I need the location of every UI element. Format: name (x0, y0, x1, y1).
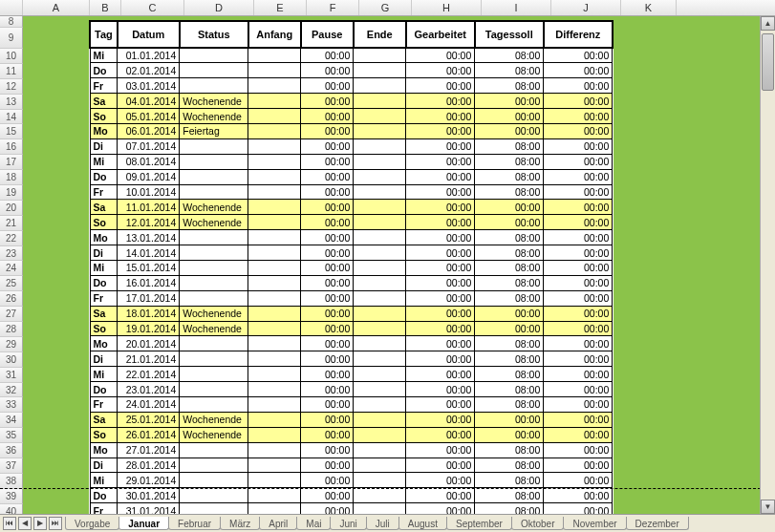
col-header-E[interactable]: E (254, 0, 307, 15)
cell-soll[interactable]: 08:00 (475, 473, 544, 488)
sheet-tab-juni[interactable]: Juni (330, 517, 366, 530)
cell-gearb[interactable]: 00:00 (406, 169, 475, 184)
cell-status[interactable]: Wochenende (180, 321, 248, 336)
cell-anfang[interactable] (248, 412, 301, 427)
cell-anfang[interactable] (248, 245, 301, 261)
cell-status[interactable] (180, 488, 248, 503)
cell-status[interactable] (180, 275, 248, 290)
cell-pause[interactable]: 00:00 (301, 458, 354, 473)
cell-datum[interactable]: 31.01.2014 (118, 503, 180, 514)
cell-tag[interactable]: Mi (90, 473, 118, 488)
cell-ende[interactable] (354, 109, 406, 124)
row-header-8[interactable]: 8 (0, 16, 23, 28)
cell-datum[interactable]: 10.01.2014 (118, 184, 180, 200)
scroll-down-arrow[interactable]: ▼ (761, 500, 775, 514)
cell-gearb[interactable]: 00:00 (406, 184, 475, 200)
row-header-24[interactable]: 24 (0, 261, 23, 276)
cell-anfang[interactable] (248, 78, 301, 94)
table-row[interactable]: Mi22.01.201400:0000:0008:0000:00 (90, 367, 613, 382)
cell-datum[interactable]: 11.01.2014 (118, 200, 180, 215)
cell-gearb[interactable]: 00:00 (406, 290, 475, 306)
cell-diff[interactable]: 00:00 (544, 245, 613, 261)
cell-anfang[interactable] (248, 473, 301, 488)
table-row[interactable]: Do09.01.201400:0000:0008:0000:00 (90, 169, 613, 184)
scroll-up-arrow[interactable]: ▲ (761, 16, 775, 31)
col-header-H[interactable]: H (412, 0, 482, 15)
cell-datum[interactable]: 16.01.2014 (118, 275, 180, 290)
cell-diff[interactable]: 00:00 (544, 351, 613, 367)
cell-ende[interactable] (354, 488, 406, 503)
select-all-corner[interactable] (0, 0, 23, 15)
cell-datum[interactable]: 27.01.2014 (118, 442, 180, 458)
cell-anfang[interactable] (248, 367, 301, 382)
cell-gearb[interactable]: 00:00 (406, 94, 475, 109)
cell-pause[interactable]: 00:00 (301, 260, 354, 275)
cell-ende[interactable] (354, 215, 406, 230)
cell-status[interactable] (180, 458, 248, 473)
cell-anfang[interactable] (248, 169, 301, 184)
cell-gearb[interactable]: 00:00 (406, 260, 475, 275)
sheet-tab-november[interactable]: November (563, 517, 626, 530)
table-row[interactable]: So12.01.2014Wochenende00:0000:0000:0000:… (90, 215, 613, 230)
cell-diff[interactable]: 00:00 (544, 215, 613, 230)
row-header-19[interactable]: 19 (0, 185, 23, 201)
cell-soll[interactable]: 08:00 (475, 169, 544, 184)
cell-soll[interactable]: 08:00 (475, 245, 544, 261)
cell-diff[interactable]: 00:00 (544, 412, 613, 427)
cell-soll[interactable]: 00:00 (475, 427, 544, 442)
cell-anfang[interactable] (248, 306, 301, 321)
cell-pause[interactable]: 00:00 (301, 351, 354, 367)
col-tag[interactable]: Tag (90, 21, 118, 48)
row-header-22[interactable]: 22 (0, 231, 23, 246)
row-header-36[interactable]: 36 (0, 443, 23, 458)
sheet-tab-september[interactable]: September (446, 517, 512, 530)
cell-tag[interactable]: Fr (90, 184, 118, 200)
row-header-39[interactable]: 39 (0, 489, 23, 504)
cell-anfang[interactable] (248, 488, 301, 503)
table-row[interactable]: Sa11.01.2014Wochenende00:0000:0000:0000:… (90, 200, 613, 215)
cell-anfang[interactable] (248, 200, 301, 215)
cell-soll[interactable]: 08:00 (475, 184, 544, 200)
cell-ende[interactable] (354, 382, 406, 397)
cell-tag[interactable]: Sa (90, 412, 118, 427)
cell-gearb[interactable]: 00:00 (406, 215, 475, 230)
row-header-15[interactable]: 15 (0, 124, 23, 139)
cell-tag[interactable]: Do (90, 169, 118, 184)
table-row[interactable]: Do23.01.201400:0000:0008:0000:00 (90, 382, 613, 397)
cell-ende[interactable] (354, 412, 406, 427)
cell-datum[interactable]: 14.01.2014 (118, 245, 180, 261)
table-row[interactable]: Mi29.01.201400:0000:0008:0000:00 (90, 473, 613, 488)
cell-status[interactable] (180, 336, 248, 351)
cell-ende[interactable] (354, 48, 406, 63)
cell-tag[interactable]: Di (90, 351, 118, 367)
table-row[interactable]: So05.01.2014Wochenende00:0000:0000:0000:… (90, 109, 613, 124)
cell-gearb[interactable]: 00:00 (406, 123, 475, 138)
cell-anfang[interactable] (248, 336, 301, 351)
cell-gearb[interactable]: 00:00 (406, 321, 475, 336)
table-row[interactable]: Fr10.01.201400:0000:0008:0000:00 (90, 184, 613, 200)
row-header-27[interactable]: 27 (0, 307, 23, 322)
cell-soll[interactable]: 08:00 (475, 396, 544, 412)
cell-tag[interactable]: Fr (90, 78, 118, 94)
cell-soll[interactable]: 08:00 (475, 488, 544, 503)
table-row[interactable]: Mi15.01.201400:0000:0008:0000:00 (90, 260, 613, 275)
col-anfang[interactable]: Anfang (248, 21, 301, 48)
cell-soll[interactable]: 08:00 (475, 275, 544, 290)
cell-pause[interactable]: 00:00 (301, 412, 354, 427)
cell-status[interactable] (180, 138, 248, 154)
cell-pause[interactable]: 00:00 (301, 123, 354, 138)
cell-ende[interactable] (354, 169, 406, 184)
row-header-29[interactable]: 29 (0, 337, 23, 352)
cell-soll[interactable]: 08:00 (475, 442, 544, 458)
cell-gearb[interactable]: 00:00 (406, 351, 475, 367)
col-header-F[interactable]: F (307, 0, 359, 15)
row-header-25[interactable]: 25 (0, 276, 23, 291)
vertical-scrollbar[interactable]: ▲ ▼ (760, 16, 775, 514)
cell-ende[interactable] (354, 442, 406, 458)
cell-gearb[interactable]: 00:00 (406, 230, 475, 245)
cell-status[interactable] (180, 503, 248, 514)
cell-diff[interactable]: 00:00 (544, 184, 613, 200)
cell-soll[interactable]: 00:00 (475, 321, 544, 336)
table-row[interactable]: Di14.01.201400:0000:0008:0000:00 (90, 245, 613, 261)
cell-status[interactable]: Wochenende (180, 306, 248, 321)
